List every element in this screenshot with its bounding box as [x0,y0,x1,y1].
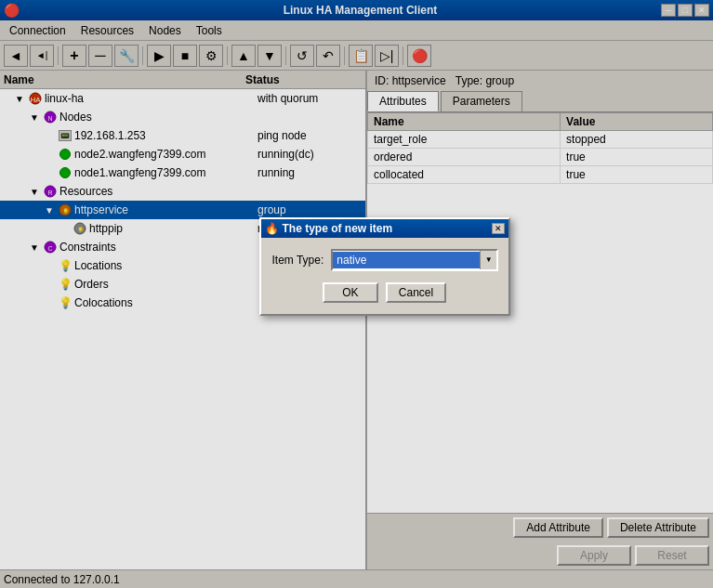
modal-title-bar: 🔥 The type of new item ✕ [261,219,508,238]
modal-title: The type of new item [283,222,393,235]
modal-dialog: 🔥 The type of new item ✕ Item Type: ▼ OK… [259,217,510,316]
modal-close-button[interactable]: ✕ [492,223,505,234]
item-type-select-wrapper[interactable]: ▼ [331,249,498,271]
modal-cancel-button[interactable]: Cancel [386,282,446,303]
modal-icon: 🔥 [265,222,279,235]
item-type-label: Item Type: [272,254,324,267]
modal-buttons: OK Cancel [272,282,497,303]
modal-overlay: 🔥 The type of new item ✕ Item Type: ▼ OK… [0,0,713,588]
modal-ok-button[interactable]: OK [323,282,378,303]
item-type-input[interactable] [333,252,480,268]
dropdown-arrow-icon[interactable]: ▼ [480,251,496,269]
modal-item-type-row: Item Type: ▼ [272,249,497,271]
modal-body: Item Type: ▼ OK Cancel [261,238,508,314]
